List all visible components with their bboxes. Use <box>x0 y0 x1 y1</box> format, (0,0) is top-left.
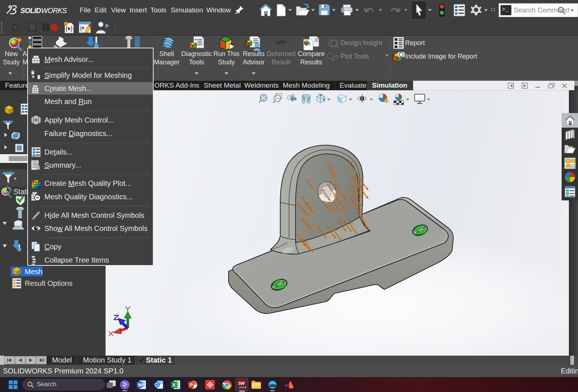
svg-text:SOLID: SOLID <box>20 7 41 15</box>
svg-text:2024: 2024 <box>239 385 246 389</box>
svg-text:P: P <box>190 382 193 388</box>
svg-text:WORKS: WORKS <box>41 7 67 15</box>
svg-text:W: W <box>138 382 143 388</box>
svg-text:?: ? <box>308 41 311 47</box>
svg-text:X: X <box>173 382 176 388</box>
svg-text:SW: SW <box>238 381 245 385</box>
svg-text:}: } <box>71 25 73 32</box>
svg-text:{: { <box>66 25 68 32</box>
svg-text:{: { <box>80 25 82 31</box>
